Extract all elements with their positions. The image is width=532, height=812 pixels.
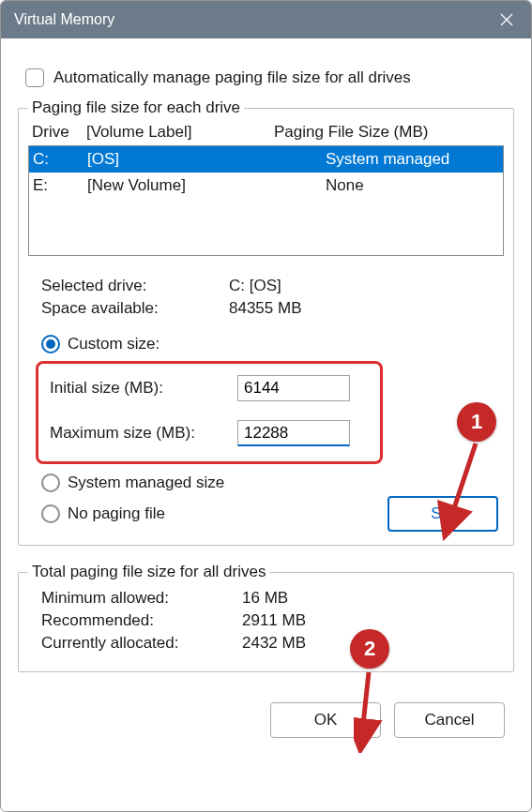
system-managed-radio[interactable]: [41, 474, 60, 492]
custom-size-radio[interactable]: [41, 335, 60, 353]
auto-manage-label: Automatically manage paging file size fo…: [53, 68, 411, 87]
selected-drive-row: Selected drive: C: [OS]: [28, 275, 504, 297]
cancel-button[interactable]: Cancel: [394, 702, 505, 738]
recommended-row: Recommended: 2911 MB: [28, 609, 504, 632]
system-managed-radio-row[interactable]: System managed size: [28, 470, 504, 496]
col-size: Paging File Size (MB): [274, 123, 504, 142]
drive-paging-size: None: [326, 176, 503, 195]
minimum-allowed-label: Minimum allowed:: [41, 589, 242, 608]
auto-manage-row[interactable]: Automatically manage paging file size fo…: [25, 68, 514, 87]
drive-row[interactable]: E: [New Volume] None: [29, 173, 503, 199]
drive-letter: C:: [33, 150, 87, 169]
currently-allocated-row: Currently allocated: 2432 MB: [28, 632, 504, 654]
space-available-label: Space available:: [41, 299, 229, 318]
annotation-1-badge: 1: [457, 402, 496, 442]
maximum-size-row: Maximum size (MB):: [44, 416, 374, 450]
titlebar: Virtual Memory: [1, 1, 531, 38]
drive-volume: [OS]: [87, 150, 326, 169]
drive-volume: [New Volume]: [87, 176, 326, 195]
no-paging-radio-row[interactable]: No paging file: [28, 501, 388, 527]
total-paging-fieldset: Total paging file size for all drives Mi…: [18, 563, 514, 672]
minimum-allowed-row: Minimum allowed: 16 MB: [28, 587, 504, 609]
window-title: Virtual Memory: [14, 11, 114, 28]
selected-drive-value: C: [OS]: [229, 277, 504, 295]
dialog-buttons: OK Cancel: [18, 689, 514, 738]
drive-paging-size: System managed: [326, 150, 503, 169]
virtual-memory-dialog: Virtual Memory Automatically manage pagi…: [0, 0, 532, 812]
total-paging-legend: Total paging file size for all drives: [28, 563, 269, 581]
minimum-allowed-value: 16 MB: [242, 589, 504, 608]
custom-size-radio-row[interactable]: Custom size:: [28, 331, 504, 357]
initial-size-input[interactable]: [237, 375, 350, 401]
auto-manage-checkbox[interactable]: [25, 68, 44, 87]
paging-per-drive-fieldset: Paging file size for each drive Drive [V…: [18, 98, 514, 546]
no-paging-label: No paging file: [68, 504, 165, 523]
set-button[interactable]: Set: [388, 496, 498, 532]
annotation-2-badge: 2: [350, 629, 389, 669]
paging-per-drive-legend: Paging file size for each drive: [28, 98, 244, 117]
space-available-value: 84355 MB: [229, 299, 504, 318]
drive-row[interactable]: C: [OS] System managed: [29, 146, 503, 173]
custom-size-label: Custom size:: [68, 335, 160, 353]
initial-size-label: Initial size (MB):: [50, 379, 237, 398]
system-managed-label: System managed size: [68, 474, 224, 492]
maximum-size-label: Maximum size (MB):: [50, 424, 237, 443]
close-button[interactable]: [494, 7, 520, 33]
col-drive: Drive: [32, 123, 86, 142]
recommended-value: 2911 MB: [242, 611, 504, 630]
highlight-box: Initial size (MB): Maximum size (MB):: [36, 361, 383, 464]
drive-header: Drive [Volume Label] Paging File Size (M…: [28, 117, 504, 145]
col-volume: [Volume Label]: [86, 123, 274, 142]
ok-button[interactable]: OK: [270, 702, 381, 738]
drive-list[interactable]: C: [OS] System managed E: [New Volume] N…: [28, 145, 504, 256]
selected-drive-label: Selected drive:: [41, 277, 229, 295]
recommended-label: Recommended:: [41, 611, 242, 630]
currently-allocated-label: Currently allocated:: [41, 634, 242, 653]
drive-letter: E:: [33, 176, 87, 195]
no-paging-radio[interactable]: [41, 504, 60, 523]
initial-size-row: Initial size (MB):: [44, 371, 374, 405]
maximum-size-input[interactable]: [237, 420, 350, 446]
space-available-row: Space available: 84355 MB: [28, 297, 504, 320]
close-icon: [499, 12, 514, 27]
